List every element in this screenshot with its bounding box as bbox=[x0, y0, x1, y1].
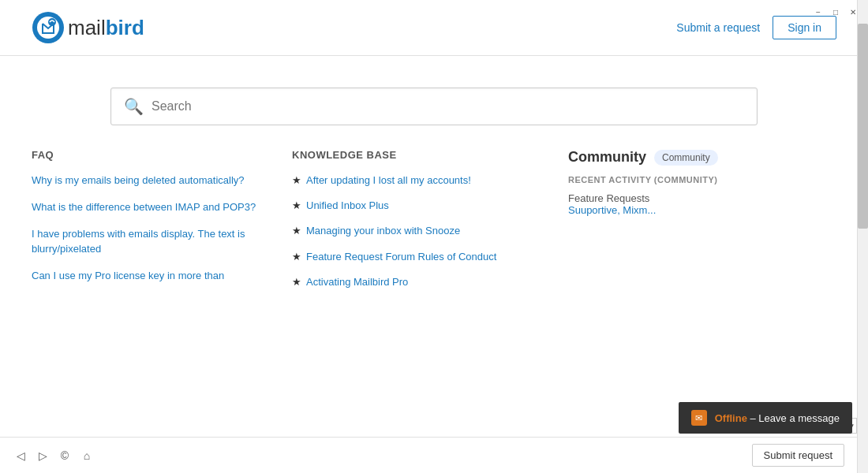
kb-title: KNOWLEDGE BASE bbox=[292, 149, 537, 161]
kb-item-4: ★ Activating Mailbird Pro bbox=[292, 275, 537, 289]
forward-icon[interactable]: ▷ bbox=[35, 448, 51, 464]
community-section: Community Community RECENT ACTIVITY (COM… bbox=[568, 149, 836, 300]
kb-item-0: ★ After updating I lost all my accounts! bbox=[292, 173, 537, 188]
faq-section: FAQ Why is my emails being deleted autom… bbox=[32, 149, 260, 300]
kb-item-1: ★ Unified Inbox Plus bbox=[292, 199, 537, 213]
home-icon[interactable]: ⌂ bbox=[79, 448, 95, 464]
search-icon: 🔍 bbox=[124, 97, 144, 116]
kb-link-4[interactable]: Activating Mailbird Pro bbox=[306, 275, 408, 289]
window-controls: − □ ✕ bbox=[803, 0, 868, 24]
main-content: FAQ Why is my emails being deleted autom… bbox=[0, 149, 868, 300]
activity-label: Feature Requests bbox=[568, 192, 649, 204]
close-button[interactable]: ✕ bbox=[847, 6, 859, 17]
kb-star-3: ★ bbox=[292, 251, 301, 263]
offline-text: Offline – Leave a message bbox=[715, 412, 840, 424]
kb-star-0: ★ bbox=[292, 174, 301, 186]
footer-left: ◁ ▷ © ⌂ bbox=[13, 448, 95, 464]
logo-icon bbox=[32, 11, 65, 44]
svg-point-2 bbox=[48, 18, 56, 26]
logo-text: mailbird bbox=[68, 16, 144, 40]
activity-links[interactable]: Suuportive, Mixm... bbox=[568, 204, 656, 216]
kb-star-2: ★ bbox=[292, 225, 301, 236]
faq-item-1[interactable]: What is the difference between IMAP and … bbox=[32, 200, 260, 214]
faq-item-3[interactable]: Can I use my Pro license key in more tha… bbox=[32, 269, 260, 283]
community-badge: Community bbox=[654, 150, 718, 166]
kb-star-1: ★ bbox=[292, 199, 301, 211]
faq-item-2[interactable]: I have problems with emails display. The… bbox=[32, 227, 260, 255]
header: mailbird Submit a request Sign in bbox=[0, 0, 868, 56]
kb-item-2: ★ Managing your inbox with Snooze bbox=[292, 224, 537, 238]
back-icon[interactable]: ◁ bbox=[13, 448, 28, 464]
kb-link-2[interactable]: Managing your inbox with Snooze bbox=[306, 224, 460, 238]
kb-link-1[interactable]: Unified Inbox Plus bbox=[306, 199, 389, 213]
search-section: 🔍 bbox=[0, 56, 868, 149]
kb-star-4: ★ bbox=[292, 276, 301, 288]
recent-activity-title: RECENT ACTIVITY (COMMUNITY) bbox=[568, 175, 836, 184]
search-wrapper: 🔍 bbox=[110, 88, 758, 125]
submit-request-button[interactable]: Submit request bbox=[752, 444, 844, 467]
offline-icon bbox=[691, 410, 707, 426]
footer: ◁ ▷ © ⌂ Submit request bbox=[0, 437, 857, 473]
community-title: Community bbox=[568, 149, 646, 166]
scrollbar-thumb[interactable] bbox=[858, 24, 868, 229]
logo[interactable]: mailbird bbox=[32, 11, 144, 44]
kb-item-3: ★ Feature Request Forum Rules of Conduct bbox=[292, 250, 537, 264]
minimize-button[interactable]: − bbox=[813, 6, 824, 17]
search-input[interactable] bbox=[152, 88, 744, 125]
submit-request-link[interactable]: Submit a request bbox=[676, 21, 760, 34]
community-header: Community Community bbox=[568, 149, 836, 166]
activity-items: Feature Requests Suuportive, Mixm... bbox=[568, 192, 836, 216]
copyright-icon[interactable]: © bbox=[57, 448, 73, 464]
knowledge-base-section: KNOWLEDGE BASE ★ After updating I lost a… bbox=[292, 149, 537, 300]
faq-title: FAQ bbox=[32, 149, 260, 161]
scrollbar[interactable] bbox=[857, 0, 868, 473]
kb-link-3[interactable]: Feature Request Forum Rules of Conduct bbox=[306, 250, 496, 264]
offline-banner[interactable]: Offline – Leave a message bbox=[679, 402, 852, 434]
kb-link-0[interactable]: After updating I lost all my accounts! bbox=[306, 173, 471, 188]
maximize-button[interactable]: □ bbox=[830, 6, 841, 17]
faq-item-0[interactable]: Why is my emails being deleted automatic… bbox=[32, 173, 260, 188]
